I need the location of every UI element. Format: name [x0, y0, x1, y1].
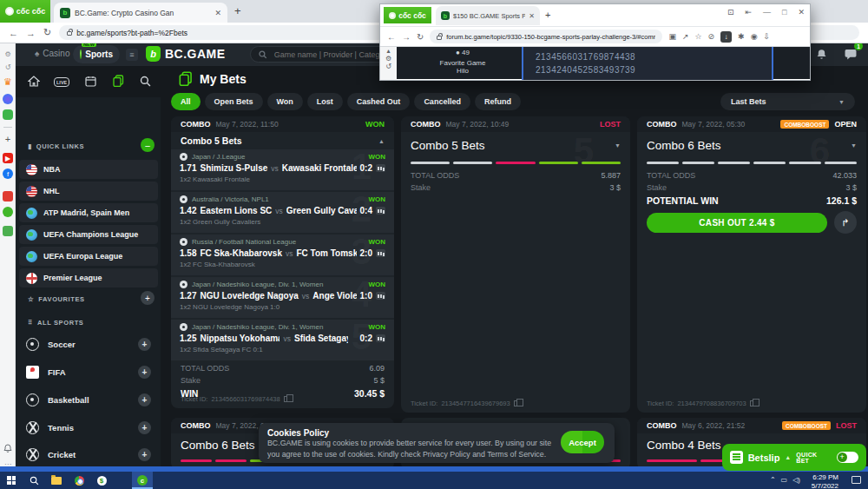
sidebar-item-uefa-europa-league[interactable]: UEFA Europa League: [19, 247, 158, 266]
system-tray[interactable]: ⌃ ▭ ◁): [770, 476, 800, 484]
bet-row[interactable]: 2 Australia / Victoria, NPL1WON 1.42East…: [171, 192, 394, 233]
sidebar-item-tennis[interactable]: Tennis+: [19, 417, 158, 438]
settings-gear-icon[interactable]: ⚙: [3, 49, 13, 59]
cash-out-button[interactable]: CASH OUT 2.44 $: [647, 213, 827, 233]
bet-row[interactable]: 3 Russia / Football National LeagueWON 1…: [171, 235, 394, 275]
tab-won[interactable]: Won: [267, 93, 303, 110]
tab-refund[interactable]: Refund: [475, 93, 521, 110]
messenger-icon[interactable]: [3, 94, 13, 104]
calendar-icon[interactable]: [85, 75, 96, 90]
add-extension-icon[interactable]: +: [3, 134, 13, 144]
expand-basketball-icon[interactable]: +: [138, 393, 151, 406]
expand-fifa-icon[interactable]: +: [138, 366, 151, 379]
my-bets-icon[interactable]: [113, 75, 124, 90]
taskbar-search-icon[interactable]: [28, 474, 40, 486]
tab-cancelled[interactable]: Cancelled: [414, 93, 470, 110]
cash-app-icon[interactable]: $: [95, 474, 108, 486]
bell-sidebar-icon[interactable]: [3, 443, 13, 453]
new-tab-button[interactable]: +: [545, 10, 550, 20]
expand-soccer-icon[interactable]: +: [138, 338, 151, 351]
expand-icon[interactable]: ▼: [851, 142, 857, 149]
sidebar-item-premier-league[interactable]: Premier League: [19, 268, 158, 287]
menu-toggle-icon[interactable]: ≡: [126, 49, 138, 61]
nav-sports[interactable]: Sports: [73, 45, 120, 63]
betslip-bar[interactable]: Betslip ▲ QUICK BET: [722, 444, 866, 471]
new-tab-button[interactable]: +: [234, 4, 241, 17]
file-explorer-icon[interactable]: [50, 474, 62, 486]
close-tab-icon[interactable]: ✕: [529, 12, 535, 20]
expand-tennis-icon[interactable]: +: [138, 421, 151, 434]
bet-card-won[interactable]: COMBO May 7, 2022, 11:50 WON Combo 5 Bet…: [171, 116, 394, 408]
sidebar-item-soccer[interactable]: Soccer+: [19, 334, 158, 354]
expand-cricket-icon[interactable]: +: [138, 448, 151, 461]
last-bets-dropdown[interactable]: Last Bets ▼: [720, 93, 855, 110]
translate-icon[interactable]: ▣: [668, 32, 676, 41]
home-icon[interactable]: [28, 75, 40, 90]
quick-bet-toggle[interactable]: [837, 452, 858, 463]
tab-all[interactable]: All: [171, 93, 201, 110]
history-icon[interactable]: ↺: [3, 62, 13, 72]
sidebar-item-atp-madrid[interactable]: ATP Madrid, Spain Men: [19, 203, 158, 222]
sidebar-item-nhl[interactable]: NHL: [19, 182, 158, 201]
stats-icon[interactable]: [376, 249, 385, 257]
tray-chevron-icon[interactable]: ⌃: [770, 476, 776, 484]
stats-icon[interactable]: [376, 334, 385, 342]
search-sports-icon[interactable]: [140, 75, 151, 90]
youtube-icon[interactable]: ▶: [3, 153, 13, 163]
coccoc-taskbar-icon[interactable]: c: [136, 474, 148, 486]
adblock-icon[interactable]: ⊘: [708, 32, 715, 41]
live-icon[interactable]: LIVE: [54, 77, 69, 87]
nav-casino[interactable]: ♠Casino: [35, 49, 69, 58]
tab-lost[interactable]: Lost: [307, 93, 343, 110]
copy-icon[interactable]: [284, 396, 289, 402]
sidebar-item-fifa[interactable]: FIFA+: [19, 361, 158, 382]
back-icon[interactable]: ←: [387, 32, 396, 42]
extension-icon[interactable]: ✱: [738, 32, 745, 41]
bet-row[interactable]: 1 Japan / J.LeagueWON 1.71Shimizu S-Puls…: [171, 149, 394, 190]
back-icon[interactable]: ←: [9, 28, 18, 38]
start-button[interactable]: [5, 474, 17, 486]
profile-icon[interactable]: ◉: [751, 32, 758, 41]
volume-icon[interactable]: ◁): [792, 476, 800, 484]
crown-icon[interactable]: ♛: [3, 76, 13, 87]
taskbar-clock[interactable]: 6:29 PM 5/7/2022: [812, 473, 838, 489]
bcgame-logo[interactable]: b BC.GAME: [146, 46, 226, 62]
bet-row[interactable]: 5 Japan / Nadeshiko League, Div. 1, Wome…: [171, 320, 394, 360]
send-tab-icon[interactable]: ⇤: [745, 8, 752, 17]
expand-icon[interactable]: ▼: [615, 142, 621, 149]
stats-icon[interactable]: [376, 164, 385, 172]
green-grid-icon[interactable]: [3, 226, 13, 236]
sidebar-item-nba[interactable]: NBA: [19, 160, 158, 179]
reload-icon[interactable]: ↻: [43, 27, 51, 38]
tab-open-bets[interactable]: Open Bets: [205, 93, 263, 110]
chrome-icon[interactable]: [73, 474, 85, 486]
share-icon[interactable]: ↗: [682, 32, 689, 41]
collapse-quick-links-button[interactable]: –: [141, 138, 155, 152]
stats-icon[interactable]: [376, 207, 385, 215]
close-tab-icon[interactable]: ✕: [214, 9, 221, 17]
forward-icon[interactable]: →: [402, 32, 411, 42]
gamepad-icon[interactable]: [3, 109, 13, 120]
sidebar-item-cricket[interactable]: Cricket+: [19, 444, 158, 465]
popup-address-bar[interactable]: forum.bc.game/topic/9330-150-bcgame-spor…: [430, 30, 662, 43]
collapse-icon[interactable]: ▲: [378, 138, 385, 144]
bell-icon[interactable]: [816, 48, 827, 63]
bookmark-star-icon[interactable]: ☆: [694, 32, 701, 41]
forward-icon[interactable]: →: [26, 28, 36, 38]
bet-card-lost[interactable]: COMBOMay 7, 2022, 10:49LOST Combo 5 Bets…: [401, 116, 630, 413]
popup-titlebar[interactable]: cốc cốc b $150 BC.GAME Sports Parlay ✕ +…: [380, 4, 810, 26]
forum-popup-window[interactable]: cốc cốc b $150 BC.GAME Sports Parlay ✕ +…: [379, 3, 811, 81]
red-extension-icon[interactable]: [3, 191, 13, 202]
chat-icon[interactable]: [845, 48, 857, 63]
browser-tab[interactable]: b BC.Game: Crypto Casino Gan ✕: [54, 3, 227, 23]
downloads-tray-icon[interactable]: ⇩: [763, 32, 770, 41]
minimize-icon[interactable]: —: [763, 8, 771, 17]
copy-icon[interactable]: [514, 400, 519, 406]
tab-search-icon[interactable]: ⊡: [727, 8, 734, 17]
maximize-icon[interactable]: □: [782, 8, 786, 17]
tab-cashed-out[interactable]: Cashed Out: [347, 93, 411, 110]
close-window-icon[interactable]: ✕: [798, 8, 805, 17]
sidebar-item-basketball[interactable]: Basketball+: [19, 389, 158, 410]
download-active-icon[interactable]: ↓: [720, 31, 732, 43]
bet-row[interactable]: 4 Japan / Nadeshiko League, Div. 1, Wome…: [171, 277, 394, 318]
